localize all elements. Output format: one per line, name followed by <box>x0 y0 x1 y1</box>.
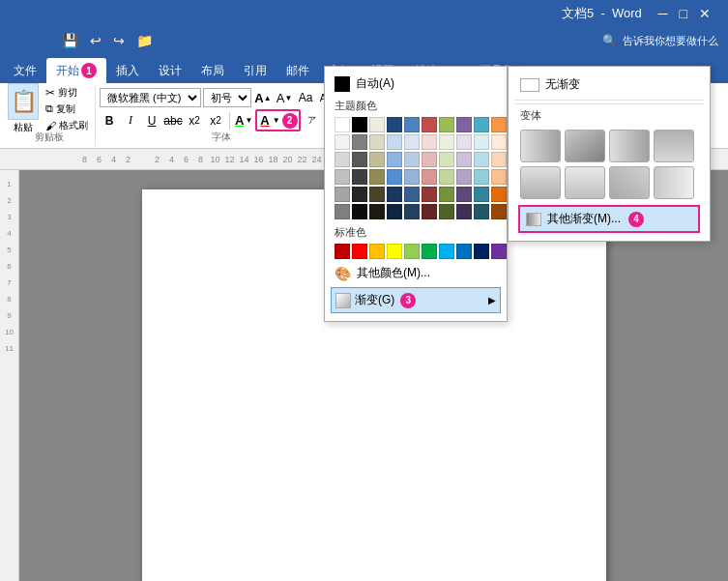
gradient-variation-2[interactable] <box>609 130 650 162</box>
theme-color-swatch[interactable] <box>422 187 437 202</box>
font-family-select[interactable]: 微软雅黑 (中文) <box>100 88 201 107</box>
theme-color-swatch[interactable] <box>456 117 472 132</box>
theme-color-swatch[interactable] <box>352 187 367 202</box>
other-colors-item[interactable]: 🎨 其他颜色(M)... <box>331 261 501 285</box>
theme-color-swatch[interactable] <box>369 134 385 150</box>
theme-color-swatch[interactable] <box>387 117 402 132</box>
theme-color-swatch[interactable] <box>335 134 350 150</box>
standard-color-swatch[interactable] <box>335 244 350 259</box>
tab-design[interactable]: 设计 <box>149 58 191 83</box>
theme-color-swatch[interactable] <box>352 152 367 167</box>
redo-btn[interactable]: ↪ <box>109 31 129 50</box>
standard-color-swatch[interactable] <box>369 244 385 259</box>
theme-color-swatch[interactable] <box>439 187 454 202</box>
theme-color-swatch[interactable] <box>369 117 385 132</box>
gradient-variation-1[interactable] <box>565 130 605 162</box>
theme-color-swatch[interactable] <box>456 204 472 219</box>
font-size-select[interactable]: 初号 <box>203 88 251 107</box>
theme-color-swatch[interactable] <box>404 204 420 219</box>
text-highlight-btn[interactable]: A ▼ <box>234 112 253 129</box>
theme-color-swatch[interactable] <box>439 169 454 185</box>
theme-color-swatch[interactable] <box>422 204 437 219</box>
standard-color-swatch[interactable] <box>439 244 454 259</box>
theme-color-swatch[interactable] <box>422 117 437 132</box>
other-gradient-item[interactable]: 其他渐变(M)... 4 <box>518 205 700 233</box>
gradient-variation-6[interactable] <box>609 166 650 199</box>
theme-color-swatch[interactable] <box>369 187 385 202</box>
theme-color-swatch[interactable] <box>369 169 385 185</box>
gradient-item[interactable]: 渐变(G) 3 ▶ <box>331 287 501 313</box>
theme-color-swatch[interactable] <box>474 152 489 167</box>
save-btn[interactable]: 💾 <box>58 31 82 50</box>
theme-color-swatch[interactable] <box>335 169 350 185</box>
standard-color-swatch[interactable] <box>404 244 420 259</box>
no-gradient-item[interactable]: 无渐变 <box>514 73 704 97</box>
standard-color-swatch[interactable] <box>352 244 367 259</box>
theme-color-swatch[interactable] <box>369 204 385 219</box>
open-btn[interactable]: 📁 <box>132 31 157 50</box>
tab-file[interactable]: 文件 <box>4 58 46 83</box>
standard-color-swatch[interactable] <box>456 244 472 259</box>
theme-color-swatch[interactable] <box>404 134 420 150</box>
italic-button[interactable]: I <box>121 111 140 131</box>
gradient-variation-0[interactable] <box>520 130 561 162</box>
decrease-font-btn[interactable]: A▼ <box>275 88 294 107</box>
theme-color-swatch[interactable] <box>352 117 367 132</box>
theme-color-swatch[interactable] <box>387 169 402 185</box>
cut-button[interactable]: ✂ 剪切 <box>43 85 91 101</box>
paste-button[interactable]: 📋 <box>8 83 39 120</box>
strikethrough-button[interactable]: abc <box>163 111 183 131</box>
theme-color-swatch[interactable] <box>456 169 472 185</box>
theme-color-swatch[interactable] <box>474 117 489 132</box>
gradient-variation-4[interactable] <box>520 166 561 199</box>
gradient-variation-3[interactable] <box>654 130 694 162</box>
copy-button[interactable]: ⧉ 复制 <box>43 102 91 117</box>
theme-color-swatch[interactable] <box>352 204 367 219</box>
theme-color-swatch[interactable] <box>456 134 472 150</box>
theme-color-swatch[interactable] <box>439 134 454 150</box>
theme-color-swatch[interactable] <box>335 204 350 219</box>
theme-color-swatch[interactable] <box>335 117 350 132</box>
theme-color-swatch[interactable] <box>491 187 507 202</box>
maximize-btn[interactable]: □ <box>674 6 693 21</box>
theme-color-swatch[interactable] <box>404 169 420 185</box>
theme-color-swatch[interactable] <box>352 134 367 150</box>
auto-color-item[interactable]: 自动(A) <box>331 73 501 95</box>
theme-color-swatch[interactable] <box>439 204 454 219</box>
theme-color-swatch[interactable] <box>404 152 420 167</box>
superscript-button[interactable]: x2 <box>206 111 225 131</box>
theme-color-swatch[interactable] <box>474 204 489 219</box>
underline-button[interactable]: U <box>142 111 161 131</box>
phonetic-guide-btn[interactable]: ア <box>303 111 322 131</box>
theme-color-swatch[interactable] <box>491 134 507 150</box>
theme-color-swatch[interactable] <box>404 117 420 132</box>
theme-color-swatch[interactable] <box>387 152 402 167</box>
theme-color-swatch[interactable] <box>422 134 437 150</box>
theme-color-swatch[interactable] <box>404 187 420 202</box>
theme-color-swatch[interactable] <box>387 134 402 150</box>
theme-color-swatch[interactable] <box>352 169 367 185</box>
tab-insert[interactable]: 插入 <box>106 58 149 83</box>
gradient-variation-7[interactable] <box>654 166 694 199</box>
theme-color-swatch[interactable] <box>387 204 402 219</box>
bold-button[interactable]: B <box>100 111 119 131</box>
gradient-variation-5[interactable] <box>565 166 605 199</box>
theme-color-swatch[interactable] <box>456 152 472 167</box>
theme-color-swatch[interactable] <box>335 187 350 202</box>
theme-color-swatch[interactable] <box>456 187 472 202</box>
theme-color-swatch[interactable] <box>387 187 402 202</box>
subscript-button[interactable]: x2 <box>185 111 204 131</box>
theme-color-swatch[interactable] <box>422 152 437 167</box>
tab-layout[interactable]: 布局 <box>191 58 234 83</box>
tab-references[interactable]: 引用 <box>234 58 277 83</box>
undo-btn[interactable]: ↩ <box>86 31 105 50</box>
theme-color-swatch[interactable] <box>422 169 437 185</box>
increase-font-btn[interactable]: A▲ <box>253 88 273 107</box>
standard-color-swatch[interactable] <box>474 244 489 259</box>
close-btn[interactable]: ✕ <box>693 6 716 21</box>
theme-color-swatch[interactable] <box>474 134 489 150</box>
theme-color-swatch[interactable] <box>491 169 507 185</box>
theme-color-swatch[interactable] <box>439 152 454 167</box>
theme-color-swatch[interactable] <box>491 152 507 167</box>
theme-color-swatch[interactable] <box>439 117 454 132</box>
